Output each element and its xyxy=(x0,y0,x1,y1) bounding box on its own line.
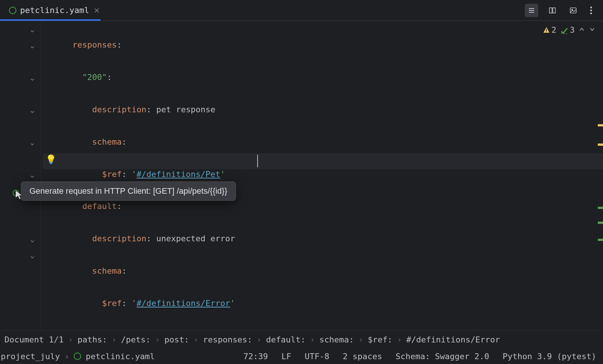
close-icon[interactable] xyxy=(93,6,101,15)
svg-rect-0 xyxy=(11,9,14,12)
warning-marker[interactable] xyxy=(598,144,603,146)
svg-rect-2 xyxy=(553,8,555,13)
cursor-position[interactable]: 72:39 xyxy=(243,352,268,361)
tab-bar-actions xyxy=(525,4,603,17)
fold-icon[interactable] xyxy=(29,28,36,35)
fold-icon[interactable] xyxy=(29,238,36,245)
file-encoding[interactable]: UTF-8 xyxy=(304,352,329,361)
svg-point-6 xyxy=(590,10,592,11)
fold-icon[interactable] xyxy=(29,173,36,180)
editor-gutter xyxy=(0,21,41,331)
file-tab[interactable]: petclinic.yaml xyxy=(0,0,106,20)
breadcrumb-item[interactable]: responses: xyxy=(203,335,252,344)
editor-tab-bar: petclinic.yaml xyxy=(0,0,603,21)
reader-mode-button[interactable] xyxy=(525,4,538,17)
breadcrumb-item[interactable]: schema: xyxy=(319,335,354,344)
svg-point-7 xyxy=(590,13,592,14)
fold-icon[interactable] xyxy=(29,76,36,83)
breadcrumb-item[interactable]: #/definitions/Error xyxy=(406,335,500,344)
breadcrumb-item[interactable]: /pets: xyxy=(121,335,150,344)
svg-rect-1 xyxy=(549,8,552,13)
indent-setting[interactable]: 2 spaces xyxy=(343,352,382,361)
tooltip-text: Generate request in HTTP Client: [GET] /… xyxy=(29,186,227,196)
more-icon[interactable] xyxy=(587,4,595,17)
project-name[interactable]: project_july xyxy=(1,352,60,361)
fold-icon[interactable] xyxy=(29,109,36,115)
preview-button[interactable] xyxy=(567,4,580,17)
status-bar: project_july › petclinic.yaml 72:39 LF U… xyxy=(0,348,603,364)
line-separator[interactable]: LF xyxy=(281,352,291,361)
code-content[interactable]: responses: "200": description: pet respo… xyxy=(43,21,603,331)
svg-point-5 xyxy=(590,7,592,8)
typo-marker[interactable] xyxy=(598,207,603,209)
openapi-icon xyxy=(9,7,16,14)
action-tooltip[interactable]: Generate request in HTTP Client: [GET] /… xyxy=(21,181,236,201)
breadcrumb-item[interactable]: default: xyxy=(266,335,306,344)
status-file-name[interactable]: petclinic.yaml xyxy=(86,352,154,361)
typo-marker[interactable] xyxy=(598,222,603,224)
tab-title: petclinic.yaml xyxy=(20,6,89,15)
text-caret xyxy=(257,155,258,167)
fold-icon[interactable] xyxy=(29,44,36,51)
typo-marker[interactable] xyxy=(598,239,603,241)
breadcrumb-bar: Document 1/1› paths:› /pets:› post:› res… xyxy=(0,331,603,348)
fold-icon[interactable] xyxy=(29,254,36,261)
interpreter-indicator[interactable]: Python 3.9 (pytest) xyxy=(502,352,596,361)
fold-icon[interactable] xyxy=(29,141,36,148)
breadcrumb-item[interactable]: $ref: xyxy=(368,335,392,344)
breadcrumb-item[interactable]: post: xyxy=(165,335,189,344)
openapi-icon xyxy=(74,352,81,360)
code-editor[interactable]: 💡 2 3 responses: "200": description: pet… xyxy=(0,21,603,331)
warning-marker[interactable] xyxy=(598,124,603,126)
breadcrumb-item[interactable]: paths: xyxy=(77,335,107,344)
schema-indicator[interactable]: Schema: Swagger 2.0 xyxy=(396,352,489,361)
split-editor-button[interactable] xyxy=(546,4,559,17)
breadcrumb-item[interactable]: Document 1/1 xyxy=(4,335,64,344)
